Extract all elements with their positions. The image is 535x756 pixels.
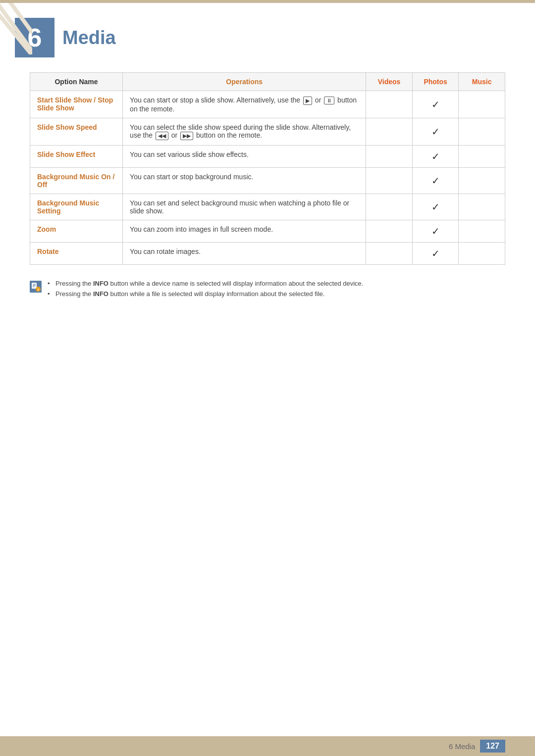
- operations-cell: You can zoom into images in full screen …: [123, 220, 366, 243]
- photos-check-cell: ✓: [412, 194, 459, 220]
- content-area: Option Name Operations Videos Photos Mus…: [0, 67, 535, 340]
- videos-check-cell: [366, 118, 413, 146]
- music-check-cell: [459, 91, 505, 118]
- table-row: ZoomYou can zoom into images in full scr…: [30, 220, 505, 243]
- checkmark-icon: ✓: [431, 175, 440, 186]
- header-option-name: Option Name: [30, 73, 123, 91]
- note-item: Pressing the INFO button while a device …: [48, 280, 363, 287]
- operations-cell: You can start or stop background music.: [123, 168, 366, 194]
- music-check-cell: [459, 220, 505, 243]
- music-check-cell: [459, 243, 505, 265]
- operations-cell: You can rotate images.: [123, 243, 366, 265]
- checkmark-icon: ✓: [431, 226, 440, 237]
- operations-cell: You can start or stop a slide show. Alte…: [123, 91, 366, 118]
- note-icon: !: [30, 281, 42, 293]
- photos-check-cell: ✓: [412, 118, 459, 146]
- chapter-header: 6 Media: [0, 3, 535, 67]
- option-name-cell: Rotate: [30, 243, 123, 265]
- note-item: Pressing the INFO button while a file is…: [48, 290, 363, 298]
- photos-check-cell: ✓: [412, 168, 459, 194]
- music-check-cell: [459, 168, 505, 194]
- photos-check-cell: ✓: [412, 243, 459, 265]
- table-row: Slide Show SpeedYou can select the slide…: [30, 118, 505, 146]
- music-check-cell: [459, 118, 505, 146]
- music-check-cell: [459, 194, 505, 220]
- chapter-title: Media: [62, 27, 116, 49]
- diagonal-decoration: [0, 0, 32, 54]
- option-name-cell: Background Music Setting: [30, 194, 123, 220]
- videos-check-cell: [366, 243, 413, 265]
- notes-section: ! Pressing the INFO button while a devic…: [30, 280, 505, 301]
- photos-check-cell: ✓: [412, 146, 459, 168]
- operations-cell: You can set various slide show effects.: [123, 146, 366, 168]
- option-name-cell: Start Slide Show / Stop Slide Show: [30, 91, 123, 118]
- checkmark-icon: ✓: [431, 202, 440, 212]
- videos-check-cell: [366, 194, 413, 220]
- notes-list: Pressing the INFO button while a device …: [48, 280, 363, 301]
- videos-check-cell: [366, 146, 413, 168]
- options-table: Option Name Operations Videos Photos Mus…: [30, 72, 505, 265]
- checkmark-icon: ✓: [431, 151, 440, 162]
- videos-check-cell: [366, 220, 413, 243]
- svg-text:!: !: [38, 288, 39, 292]
- header-music: Music: [459, 73, 505, 91]
- header-photos: Photos: [412, 73, 459, 91]
- operations-cell: You can select the slide show speed duri…: [123, 118, 366, 146]
- pause-btn-icon: ⏸: [324, 97, 334, 104]
- photos-check-cell: ✓: [412, 91, 459, 118]
- forward-btn-icon: ▶▶: [180, 132, 193, 140]
- checkmark-icon: ✓: [431, 99, 440, 110]
- table-row: Start Slide Show / Stop Slide ShowYou ca…: [30, 91, 505, 118]
- checkmark-icon: ✓: [431, 126, 440, 137]
- header-operations: Operations: [123, 73, 366, 91]
- option-name-cell: Background Music On / Off: [30, 168, 123, 194]
- videos-check-cell: [366, 91, 413, 118]
- table-row: Background Music SettingYou can set and …: [30, 194, 505, 220]
- top-stripe: [0, 0, 535, 3]
- header-videos: Videos: [366, 73, 413, 91]
- table-row: Slide Show EffectYou can set various sli…: [30, 146, 505, 168]
- option-name-cell: Zoom: [30, 220, 123, 243]
- table-row: RotateYou can rotate images.✓: [30, 243, 505, 265]
- bottom-chapter-label: 6 Media: [449, 742, 475, 751]
- option-name-cell: Slide Show Speed: [30, 118, 123, 146]
- option-name-cell: Slide Show Effect: [30, 146, 123, 168]
- page-number: 127: [480, 740, 505, 753]
- music-check-cell: [459, 146, 505, 168]
- checkmark-icon: ✓: [431, 248, 440, 259]
- rewind-btn-icon: ◀◀: [156, 132, 168, 140]
- bottom-bar: 6 Media 127: [0, 736, 535, 756]
- photos-check-cell: ✓: [412, 220, 459, 243]
- table-row: Background Music On / OffYou can start o…: [30, 168, 505, 194]
- play-btn-icon: ▶: [303, 97, 312, 105]
- operations-cell: You can set and select background music …: [123, 194, 366, 220]
- videos-check-cell: [366, 168, 413, 194]
